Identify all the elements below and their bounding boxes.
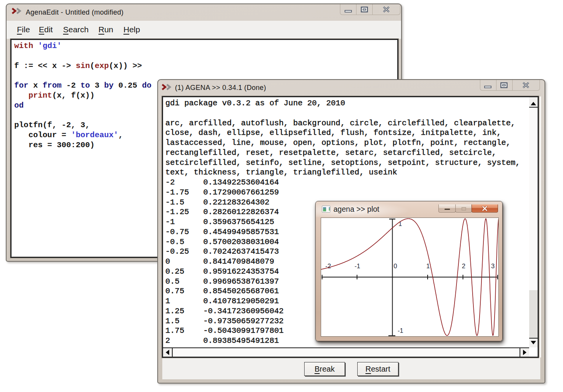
- svg-text:-1: -1: [398, 327, 403, 334]
- svg-text:1: 1: [426, 262, 430, 269]
- svg-text:2: 2: [462, 262, 465, 269]
- svg-text:0: 0: [394, 262, 397, 269]
- svg-text:3: 3: [491, 262, 495, 269]
- svg-text:-1: -1: [355, 262, 360, 269]
